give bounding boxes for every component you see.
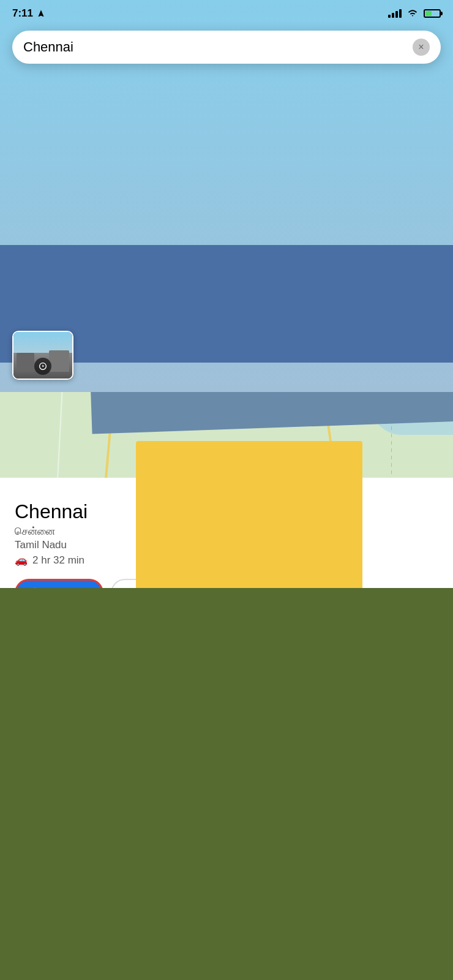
status-icons — [388, 9, 441, 18]
status-bar: 7:11 — [0, 0, 453, 27]
location-arrow-icon — [37, 9, 45, 18]
side-photos — [316, 622, 438, 867]
wifi-icon — [406, 9, 419, 18]
travel-time-text: 2 hr 32 min — [32, 554, 84, 567]
search-bar[interactable]: Chennai × — [12, 31, 441, 64]
battery-icon — [424, 9, 441, 18]
time-text: 7:11 — [12, 7, 33, 20]
street-view-icon — [34, 358, 51, 375]
search-query: Chennai — [23, 39, 413, 55]
search-clear-button[interactable]: × — [413, 39, 430, 56]
car-icon: 🚗 — [15, 554, 28, 567]
status-time: 7:11 — [12, 7, 45, 20]
place-info-sheet: Chennai சென்னை Tamil Nadu 🚗 2 hr 32 min … — [0, 500, 453, 879]
side-photo-bottom[interactable] — [316, 746, 438, 867]
street-view-thumbnail[interactable] — [12, 331, 73, 380]
signal-icon — [388, 9, 402, 18]
photo-grid[interactable]: 4 days ago — [15, 622, 438, 867]
